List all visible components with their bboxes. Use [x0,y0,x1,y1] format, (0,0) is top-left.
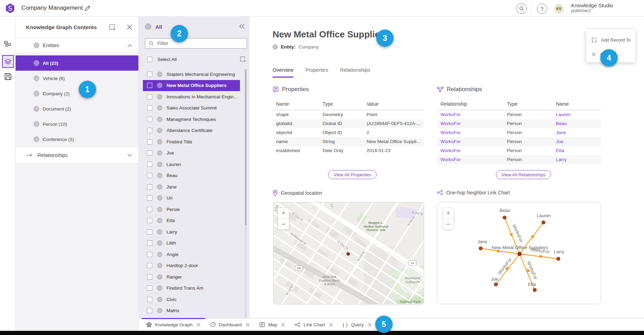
record-link[interactable]: WorksFor [440,148,461,153]
list-item[interactable]: Innovations in Mechanical Engin... [143,91,240,103]
entities-section-header[interactable]: Entities [16,38,138,53]
list-item-checkbox[interactable] [147,117,152,122]
list-item-checkbox[interactable] [147,207,152,212]
list-item[interactable]: Firebird Trans Am [143,283,240,294]
close-icon[interactable] [197,323,200,327]
view-all-relationships-button[interactable]: View All Relationships [496,170,551,179]
chart-node[interactable] [503,216,506,219]
record-tab-relationships[interactable]: Relationships [340,67,370,78]
search-button[interactable] [516,3,527,14]
view-tab-map[interactable]: Map [255,318,290,331]
list-item-checkbox[interactable] [147,150,152,156]
close-icon[interactable] [127,24,132,30]
list-item-checkbox[interactable] [147,105,152,111]
view-all-properties-button[interactable]: View All Properties [328,170,377,179]
record-link[interactable]: Larry [556,157,567,162]
chart-node[interactable] [494,283,498,286]
list-item-checkbox[interactable] [147,229,152,235]
geospatial-map[interactable]: k RdW Clay StSaW Marshall StE Clay StN 3… [273,202,424,305]
list-item[interactable]: Attendance Certificate [143,125,240,136]
menu-item-add-record-to[interactable]: Add Record To [586,33,635,47]
all-filter-label[interactable]: All [155,24,162,30]
close-icon[interactable] [246,323,250,327]
list-item-checkbox[interactable] [147,72,152,77]
list-item[interactable]: Matrix [143,305,240,317]
list-item[interactable]: Jane [143,181,240,193]
list-item-checkbox[interactable] [147,297,152,302]
list-item-checkbox[interactable] [147,285,152,291]
list-item-checkbox[interactable] [147,94,152,99]
list-item[interactable]: Etta [143,215,240,227]
list-item[interactable]: Angie [143,249,240,260]
edit-title-pencil-icon[interactable] [84,5,91,11]
list-item[interactable]: Firebird Title [143,136,240,148]
relationships-section-header[interactable]: Relationships [16,147,138,164]
rail-layers-selected[interactable] [2,55,14,68]
chart-center-node[interactable] [518,252,522,256]
list-item-checkbox[interactable] [147,139,152,144]
table-row[interactable]: WorksForPersonLarry [437,155,601,164]
record-link[interactable]: WorksFor [440,112,461,117]
record-tab-properties[interactable]: Properties [305,67,328,78]
list-item[interactable]: New Metal Office Suppliers [143,80,240,91]
filter-input[interactable] [157,41,237,46]
close-icon[interactable] [368,323,372,327]
list-item[interactable]: Persie [143,204,240,215]
list-item[interactable]: Ranger [143,271,240,283]
view-tab-query[interactable]: { }Query [338,318,377,331]
list-item-checkbox[interactable] [147,162,152,167]
table-row[interactable]: establishedDate Only2014-01-23 [273,146,424,155]
list-item-checkbox[interactable] [147,184,152,189]
add-record-icon[interactable] [239,56,246,63]
list-item-checkbox[interactable] [147,240,152,246]
record-link[interactable]: WorksFor [440,130,461,135]
list-item-checkbox[interactable] [147,274,152,280]
table-row[interactable]: objectidObject ID2 [273,128,424,137]
zoom-out-button[interactable]: − [443,219,454,229]
entity-type-row[interactable]: Person (10) [16,116,138,132]
table-row[interactable]: WorksForPersonLauren [437,110,601,119]
avatar[interactable]: KS [554,4,564,14]
record-tab-overview[interactable]: Overview [273,67,293,78]
list-item-checkbox[interactable] [147,252,152,257]
scrollbar-thumb[interactable] [245,69,247,225]
add-record-icon[interactable] [109,24,116,31]
one-hop-link-chart[interactable]: WorksForWorksForWorksForWorksForBeauLaur… [437,202,601,304]
table-row[interactable]: globalidGlobal ID{A228944F-0EF5-412A-... [273,119,424,128]
column-header[interactable]: Name [273,99,319,110]
double-chevron-left-icon[interactable] [239,23,246,30]
table-row[interactable]: WorksForPersonJane [437,128,601,137]
list-item[interactable]: Hardtop 2-door [143,260,240,272]
select-all-checkbox[interactable] [147,57,152,62]
entity-type-row[interactable]: Conference (3) [16,132,138,147]
help-button[interactable]: ? [537,3,547,14]
list-item[interactable]: Lilith [143,238,240,249]
list-item[interactable]: Beau [143,170,240,182]
list-item[interactable]: Managment Techniques [143,114,240,125]
list-item[interactable]: Lauren [143,159,240,170]
chart-node[interactable] [533,288,536,292]
list-item[interactable]: Sales Associate Summit [143,103,240,114]
record-link[interactable]: Etta [556,148,564,153]
zoom-in-button[interactable]: + [278,208,289,219]
list-item[interactable]: Staplers Mechanical Engineering [143,69,240,80]
record-link[interactable]: WorksFor [440,157,461,162]
list-item[interactable]: Larry [143,226,240,238]
column-header[interactable]: Type [504,99,552,110]
view-tab-link-chart[interactable]: Link Chart [290,318,338,331]
user-block[interactable]: Knowledge Studio publisher2 [571,2,613,14]
data-model-icon[interactable] [3,40,12,49]
column-header[interactable]: Relationship [437,99,504,110]
zoom-in-button[interactable]: + [443,208,454,219]
table-row[interactable]: WorksForPersonBeau [437,119,601,128]
column-header[interactable]: Name [552,99,601,110]
table-row[interactable]: WorksForPersonJoe [437,137,601,146]
record-link[interactable]: WorksFor [440,121,461,126]
list-item-checkbox[interactable] [147,308,152,313]
chart-node[interactable] [542,221,545,224]
column-header[interactable]: Type [319,99,363,110]
close-icon[interactable] [281,323,285,327]
entity-type-row[interactable]: All (23) [16,55,138,71]
table-row[interactable]: nameStringNew Metal Office Suppli... [273,137,424,146]
table-row[interactable]: WorksForPersonEtta [437,146,601,155]
